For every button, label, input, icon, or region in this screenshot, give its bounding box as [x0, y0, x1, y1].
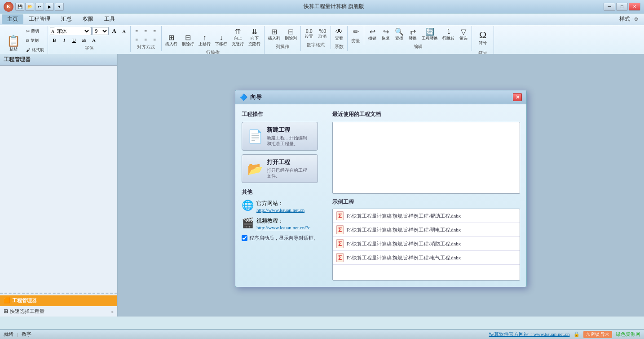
menu-project[interactable]: 工程管理 — [23, 14, 56, 24]
num-settings-button[interactable]: 0.0 设置 — [303, 27, 315, 41]
align-justify3-button[interactable]: ≡ — [150, 36, 159, 43]
open-icon[interactable]: 📂 — [25, 3, 34, 11]
back-icon[interactable]: ↩ — [35, 3, 44, 11]
delete-row-icon: ⊟ — [185, 34, 191, 41]
ribbon-group-symbol: Ω 符号 符号 — [472, 26, 494, 57]
paste-icon: 📋 — [7, 36, 20, 46]
example-item-0[interactable]: Σ F:\快算工程量计算稿 旗舰版\样例工程\帮助工程.dnbx — [333, 209, 520, 223]
ribbon-group-num-format: 0.0 设置 %0 取消 数字格式 — [301, 26, 331, 49]
coeff-label: 系数 — [335, 44, 344, 50]
undo-button[interactable]: ↩ 撤销 — [366, 27, 379, 43]
example-item-2[interactable]: Σ F:\快算工程量计算稿 旗舰版\样例工程\消防工程.dnbx — [333, 237, 520, 251]
panel-tab-project-manager[interactable]: 🟧 工程管理器 — [0, 295, 117, 306]
underline-button[interactable]: U — [70, 36, 79, 44]
find-button[interactable]: 🔍 查找 — [393, 27, 406, 43]
num-format-label: 数字格式 — [307, 42, 325, 48]
move-down-button[interactable]: ↓ 下移行 — [213, 33, 229, 49]
font-color-button[interactable]: A — [89, 36, 98, 44]
minimize-button[interactable]: ─ — [604, 3, 615, 11]
redo-button[interactable]: ↪ 恢复 — [379, 27, 392, 43]
font-size-select[interactable]: 9 — [93, 27, 109, 35]
align-center-button[interactable]: ≡ — [141, 27, 150, 35]
dialog-close-button[interactable]: ✕ — [513, 93, 522, 101]
website-text: 官方网站： http://www.ksuan.net.cn — [256, 200, 304, 213]
dialog-title-text: 向导 — [250, 93, 262, 101]
num-cancel-button[interactable]: %0 取消 — [316, 27, 329, 41]
symbol-buttons: Ω 符号 — [474, 27, 492, 49]
align-justify2-button[interactable]: ≡ — [141, 36, 150, 43]
open-project-button[interactable]: 📂 打开工程 打开已经存在的工程 文件。 — [242, 154, 318, 183]
clipboard-small-buttons: ✂ 剪切 ⧉ 复制 🖌 格式刷 — [24, 27, 46, 54]
cut-button[interactable]: ✂ 剪切 — [24, 27, 46, 36]
website-item: 🌐 官方网站： http://www.ksuan.net.cn — [242, 200, 327, 213]
replace-button[interactable]: ⇄ 替换 — [406, 27, 419, 43]
dialog-body: 工程操作 📄 新建工程 新建工程，开始编辑 和汇总工程量。 📂 打开工程 — [235, 104, 526, 287]
delete-col-icon: ⊟ — [288, 28, 294, 36]
filter-icon: ▽ — [461, 28, 466, 36]
left-panel: 工程管理器 🟧 工程管理器 ⊞ 快速选择工程量 » — [0, 54, 118, 317]
symbol-button[interactable]: Ω 符号 — [474, 27, 492, 49]
var-label: 变量 — [351, 38, 360, 44]
dropdown-icon[interactable]: ▼ — [55, 3, 64, 11]
example-files-list[interactable]: Σ F:\快算工程量计算稿 旗舰版\样例工程\帮助工程.dnbx Σ F:\快算… — [332, 209, 520, 281]
fill-up-button[interactable]: ⇈ 向上充隆行 — [230, 27, 246, 49]
panel-tab-quick-select[interactable]: ⊞ 快速选择工程量 » — [0, 306, 117, 317]
close-button[interactable]: ✕ — [629, 3, 640, 11]
new-project-title: 新建工程 — [267, 126, 312, 134]
video-link[interactable]: http://www.ksuan.net.cn/?c — [256, 225, 310, 230]
edit-var-icon: ✏ — [353, 28, 359, 36]
bold-button[interactable]: B — [50, 36, 59, 44]
ribbon-group-col-ops: ⊞ 插入列 ⊟ 删除列 列操作 — [265, 26, 301, 51]
insert-row-button[interactable]: ⊞ 插入行 — [163, 33, 179, 49]
align-right-button[interactable]: ≡ — [150, 27, 159, 35]
new-project-button[interactable]: 📄 新建工程 新建工程，开始编辑 和汇总工程量。 — [242, 122, 318, 151]
fill-down-button[interactable]: ⇊ 向下充隆行 — [247, 27, 262, 49]
font-name-select[interactable]: 宋体 — [54, 27, 90, 35]
quick-select-label: 快速选择工程量 — [10, 308, 44, 315]
example-item-1[interactable]: Σ F:\快算工程量计算稿 旗舰版\样例工程\弱电工程.dnbx — [333, 223, 520, 237]
statusbar-website-link[interactable]: 快算软件官方网站：www.ksuan.net.cn — [489, 331, 570, 338]
menu-home[interactable]: 主页 — [2, 14, 23, 24]
maximize-button[interactable]: □ — [616, 3, 628, 11]
eng-replace-button[interactable]: 🔄 工程替换 — [420, 27, 440, 43]
forward-icon[interactable]: ▶ — [45, 3, 54, 11]
ribbon-group-coeff: 👁 查看 系数 — [331, 26, 348, 51]
font-letter-icon: A — [51, 29, 54, 34]
paste-button[interactable]: 📋 粘贴 — [4, 33, 23, 54]
insert-col-button[interactable]: ⊞ 插入列 — [266, 27, 282, 43]
menu-summary[interactable]: 汇总 — [56, 14, 77, 24]
format-button[interactable]: 🖌 格式刷 — [24, 46, 46, 54]
filter-button[interactable]: ▽ 筛选 — [457, 27, 470, 43]
edit-var-button[interactable]: ✏ — [349, 27, 362, 37]
move-up-icon: ↑ — [203, 34, 207, 41]
example-item-3[interactable]: Σ F:\快算工程量计算稿 旗舰版\样例工程\电气工程.dnbx — [333, 251, 520, 265]
status-ready: 就绪 — [4, 331, 13, 338]
save-icon[interactable]: 💾 — [15, 3, 24, 11]
copy-button[interactable]: ⧉ 复制 — [24, 36, 46, 45]
jump-button[interactable]: ⤵ 行跳转 — [441, 27, 456, 43]
strikethrough-button[interactable]: ab — [79, 36, 88, 44]
view-icon-btn[interactable]: 👁 查看 — [333, 27, 345, 43]
statusbar-lock-badge[interactable]: 加密锁 异常 — [583, 331, 613, 338]
num-cancel-icon: %0 — [319, 28, 326, 34]
num-format-buttons: 0.0 设置 %0 取消 — [303, 27, 329, 41]
replace-icon: ⇄ — [410, 28, 416, 36]
show-wizard-checkbox[interactable] — [242, 235, 247, 241]
align-left-button[interactable]: ≡ — [132, 27, 141, 35]
example-icon-3: Σ — [336, 253, 344, 262]
font-decrease-button[interactable]: A — [119, 27, 128, 35]
font-increase-button[interactable]: A — [110, 27, 119, 35]
delete-row-button[interactable]: ⊟ 删除行 — [180, 33, 196, 49]
project-manager-icon: 🟧 — [4, 297, 10, 304]
menu-permissions[interactable]: 权限 — [77, 14, 99, 24]
ribbon-group-var: ✏ 变量 — [348, 26, 364, 45]
website-link[interactable]: http://www.ksuan.net.cn — [256, 207, 304, 213]
var-buttons: ✏ — [349, 27, 362, 37]
style-button[interactable]: 样式 · ⊕ — [619, 15, 642, 23]
menu-tools[interactable]: 工具 — [99, 14, 120, 24]
menubar: 主页 工程管理 汇总 权限 工具 样式 · ⊕ — [0, 13, 644, 25]
delete-col-button[interactable]: ⊟ 删除列 — [283, 27, 299, 43]
align-justify1-button[interactable]: ≡ — [132, 36, 141, 43]
move-up-button[interactable]: ↑ 上移行 — [197, 33, 212, 49]
italic-button[interactable]: I — [60, 36, 69, 44]
